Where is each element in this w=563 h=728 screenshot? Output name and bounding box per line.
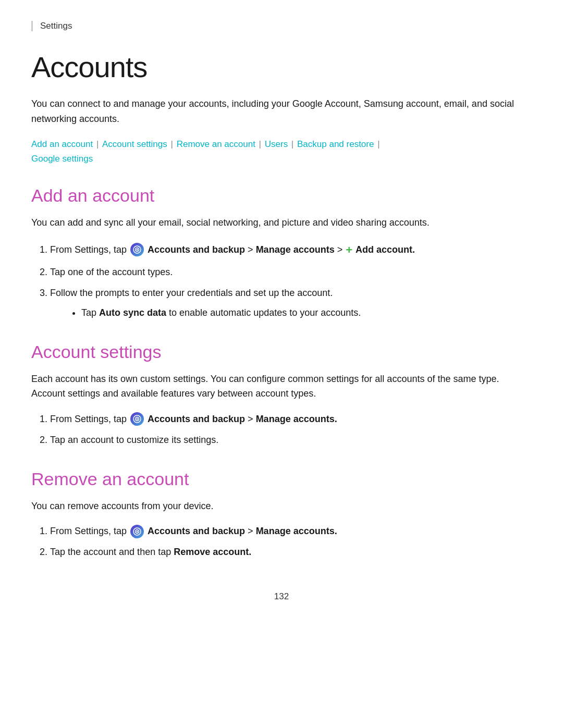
remove-account-step-2: Tap the account and then tap Remove acco… — [50, 545, 532, 560]
add-account-step-1: From Settings, tap Accounts and backup >… — [50, 241, 532, 260]
breadcrumb: Settings — [31, 21, 532, 31]
section-title-add-account: Add an account — [31, 186, 532, 206]
add-account-substep-1: Tap Auto sync data to enable automatic u… — [81, 305, 532, 321]
section-title-remove-account: Remove an account — [31, 469, 532, 489]
nav-link-account-settings[interactable]: Account settings — [102, 139, 167, 149]
page-title: Accounts — [31, 50, 532, 84]
nav-link-remove-account[interactable]: Remove an account — [177, 139, 255, 149]
intro-text: You can connect to and manage your accou… — [31, 96, 532, 127]
account-settings-step-1: From Settings, tap Accounts and backup >… — [50, 412, 532, 427]
section-title-account-settings: Account settings — [31, 342, 532, 362]
account-settings-step-2: Tap an account to customize its settings… — [50, 433, 532, 448]
add-account-substeps: Tap Auto sync data to enable automatic u… — [81, 305, 532, 321]
svg-point-8 — [137, 530, 138, 532]
section-remove-account: Remove an account You can remove account… — [31, 469, 532, 560]
accounts-backup-icon-3 — [130, 525, 144, 538]
add-account-steps: From Settings, tap Accounts and backup >… — [50, 241, 532, 320]
accounts-backup-icon-2 — [130, 412, 144, 426]
nav-link-add-account[interactable]: Add an account — [31, 139, 93, 149]
section-intro-account-settings: Each account has its own custom settings… — [31, 372, 532, 402]
add-account-step-2: Tap one of the account types. — [50, 265, 532, 280]
page: Settings Accounts You can connect to and… — [0, 0, 563, 728]
nav-link-backup-restore[interactable]: Backup and restore — [297, 139, 374, 149]
accounts-backup-icon — [130, 243, 144, 256]
plus-icon: + — [346, 241, 352, 260]
svg-point-5 — [137, 418, 138, 420]
remove-account-steps: From Settings, tap Accounts and backup >… — [50, 524, 532, 560]
remove-account-step-1: From Settings, tap Accounts and backup >… — [50, 524, 532, 539]
section-add-account: Add an account You can add and sync all … — [31, 186, 532, 320]
section-intro-remove-account: You can remove accounts from your device… — [31, 499, 532, 514]
section-intro-add-account: You can add and sync all your email, soc… — [31, 215, 532, 230]
account-settings-steps: From Settings, tap Accounts and backup >… — [50, 412, 532, 448]
svg-point-2 — [137, 249, 138, 251]
nav-link-users[interactable]: Users — [265, 139, 288, 149]
page-number: 132 — [31, 591, 532, 602]
nav-link-google-settings[interactable]: Google settings — [31, 154, 93, 164]
add-account-step-3: Follow the prompts to enter your credent… — [50, 286, 532, 320]
nav-links: Add an account | Account settings | Remo… — [31, 137, 532, 167]
section-account-settings: Account settings Each account has its ow… — [31, 342, 532, 448]
